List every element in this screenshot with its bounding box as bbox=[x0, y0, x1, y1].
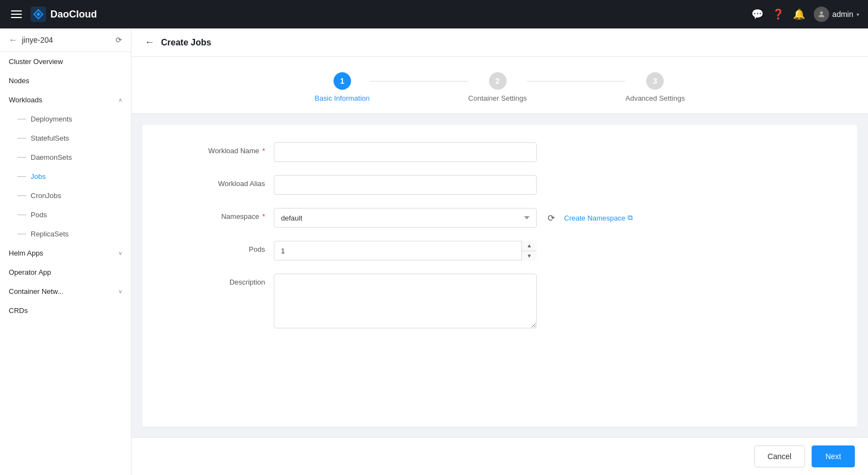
dash-icon: — bbox=[18, 229, 26, 238]
sidebar-item-crds[interactable]: CRDs bbox=[0, 301, 131, 320]
sidebar-item-nodes[interactable]: Nodes bbox=[0, 71, 131, 90]
sidebar-item-daemonsets[interactable]: — DaemonSets bbox=[0, 148, 131, 167]
workload-name-control bbox=[274, 142, 537, 162]
workloads-chevron-icon: ∧ bbox=[118, 97, 122, 103]
stepper-container: 1 Basic Information 2 Container Settings bbox=[131, 57, 868, 114]
sidebar-label-helm-apps: Helm Apps bbox=[9, 249, 43, 257]
namespace-actions: ⟳ Create Namespace ⧉ bbox=[542, 209, 633, 227]
logo-icon bbox=[31, 7, 46, 22]
description-label: Description bbox=[186, 274, 274, 286]
logo-text: DaoCloud bbox=[50, 9, 97, 20]
sidebar-item-workloads[interactable]: Workloads ∧ bbox=[0, 90, 131, 109]
sidebar-label-nodes: Nodes bbox=[9, 77, 30, 85]
sidebar-back-button[interactable]: ← jinye-204 bbox=[9, 35, 53, 45]
pods-row: Pods ▲ ▼ bbox=[186, 241, 813, 260]
notifications-icon[interactable]: 🔔 bbox=[793, 8, 805, 20]
navbar: DaoCloud 💬 ❓ 🔔 admin ▾ bbox=[0, 0, 868, 28]
pods-input[interactable] bbox=[274, 241, 537, 260]
step-1-number: 1 bbox=[340, 77, 344, 85]
sidebar-refresh-icon[interactable]: ⟳ bbox=[116, 36, 122, 44]
sidebar-item-cluster-overview[interactable]: Cluster Overview bbox=[0, 52, 131, 71]
sidebar-item-cronjobs[interactable]: — CronJobs bbox=[0, 186, 131, 205]
workload-alias-label: Workload Alias bbox=[186, 175, 274, 188]
dash-icon: — bbox=[18, 210, 26, 219]
cluster-name: jinye-204 bbox=[22, 36, 53, 44]
sidebar-item-pods[interactable]: — Pods bbox=[0, 205, 131, 224]
workload-name-input[interactable] bbox=[274, 142, 537, 162]
sidebar-header: ← jinye-204 ⟳ bbox=[0, 28, 131, 52]
sidebar-item-statefulsets[interactable]: — StatefulSets bbox=[0, 129, 131, 148]
step-basic-info: 1 Basic Information bbox=[315, 72, 370, 102]
pods-control: ▲ ▼ bbox=[274, 241, 537, 260]
step-2-circle: 2 bbox=[489, 72, 507, 90]
user-menu[interactable]: admin ▾ bbox=[814, 7, 859, 22]
step-2-number: 2 bbox=[496, 77, 500, 85]
namespace-label: Namespace * bbox=[186, 208, 274, 221]
namespace-refresh-button[interactable]: ⟳ bbox=[542, 209, 560, 227]
description-row: Description bbox=[186, 274, 813, 331]
pods-number-wrap: ▲ ▼ bbox=[274, 241, 537, 260]
svg-point-1 bbox=[820, 11, 823, 14]
sidebar-item-operator-app[interactable]: Operator App bbox=[0, 263, 131, 282]
required-marker: * bbox=[262, 212, 265, 221]
workload-name-row: Workload Name * bbox=[186, 142, 813, 162]
logo: DaoCloud bbox=[31, 7, 97, 22]
step-line-2 bbox=[527, 81, 625, 82]
create-namespace-link[interactable]: Create Namespace ⧉ bbox=[564, 213, 633, 222]
step-3-label: Advanced Settings bbox=[625, 94, 685, 102]
content-area: ← Create Jobs 1 Basic Information bbox=[131, 28, 868, 475]
sidebar-label-workloads: Workloads bbox=[9, 96, 42, 104]
pods-spinners: ▲ ▼ bbox=[521, 241, 537, 260]
sidebar-item-replicasets[interactable]: — ReplicaSets bbox=[0, 224, 131, 244]
menu-button[interactable] bbox=[9, 8, 24, 20]
step-line-1 bbox=[370, 81, 468, 82]
dash-icon: — bbox=[18, 191, 26, 200]
workload-alias-row: Workload Alias bbox=[186, 175, 813, 195]
workload-name-label: Workload Name * bbox=[186, 142, 274, 155]
sidebar-item-helm-apps[interactable]: Helm Apps ∨ bbox=[0, 244, 131, 263]
sidebar-label-crds: CRDs bbox=[9, 306, 28, 315]
pods-decrement-button[interactable]: ▼ bbox=[522, 251, 537, 261]
step-3-circle: 3 bbox=[646, 72, 664, 90]
sidebar-item-jobs[interactable]: — Jobs bbox=[0, 167, 131, 186]
external-link-icon: ⧉ bbox=[628, 213, 633, 222]
step-advanced-settings: 3 Advanced Settings bbox=[625, 72, 685, 102]
step-2-label: Container Settings bbox=[468, 94, 527, 102]
sidebar-item-container-netw[interactable]: Container Netw... ∨ bbox=[0, 282, 131, 301]
messages-icon[interactable]: 💬 bbox=[751, 8, 763, 20]
page-content: 1 Basic Information 2 Container Settings bbox=[131, 57, 868, 437]
sidebar-item-deployments[interactable]: — Deployments bbox=[0, 109, 131, 129]
sidebar-label-jobs: Jobs bbox=[31, 172, 45, 181]
sidebar-scroll: Cluster Overview Nodes Workloads ∧ — Dep… bbox=[0, 52, 131, 475]
page-back-button[interactable]: ← bbox=[145, 37, 154, 48]
page-header: ← Create Jobs bbox=[131, 28, 868, 57]
workload-alias-control bbox=[274, 175, 537, 195]
dash-icon: — bbox=[18, 134, 26, 142]
cancel-button[interactable]: Cancel bbox=[754, 445, 806, 467]
step-container-settings: 2 Container Settings bbox=[468, 72, 527, 102]
pods-label: Pods bbox=[186, 241, 274, 253]
sidebar-label-cluster-overview: Cluster Overview bbox=[9, 57, 63, 66]
description-control bbox=[274, 274, 537, 331]
sidebar-label-statefulsets: StatefulSets bbox=[31, 134, 69, 142]
dash-icon: — bbox=[18, 153, 26, 161]
workload-alias-input[interactable] bbox=[274, 175, 537, 195]
page-title: Create Jobs bbox=[161, 38, 211, 48]
container-netw-chevron-icon: ∨ bbox=[118, 288, 122, 294]
sidebar-label-cronjobs: CronJobs bbox=[31, 192, 61, 200]
sidebar-label-container-netw: Container Netw... bbox=[9, 287, 64, 296]
user-chevron-icon: ▾ bbox=[856, 11, 859, 18]
next-button[interactable]: Next bbox=[812, 445, 855, 467]
avatar bbox=[814, 7, 829, 22]
namespace-row: Namespace * default ⟳ Create Namespa bbox=[186, 208, 813, 228]
sidebar-label-replicasets: ReplicaSets bbox=[31, 230, 68, 238]
pods-increment-button[interactable]: ▲ bbox=[522, 241, 537, 251]
description-textarea[interactable] bbox=[274, 274, 537, 328]
user-name: admin bbox=[832, 10, 853, 19]
helm-apps-chevron-icon: ∨ bbox=[118, 250, 122, 256]
stepper: 1 Basic Information 2 Container Settings bbox=[315, 72, 685, 102]
namespace-select[interactable]: default bbox=[274, 208, 537, 228]
required-marker: * bbox=[262, 147, 265, 155]
help-icon[interactable]: ❓ bbox=[772, 8, 784, 20]
refresh-icon: ⟳ bbox=[548, 213, 555, 223]
